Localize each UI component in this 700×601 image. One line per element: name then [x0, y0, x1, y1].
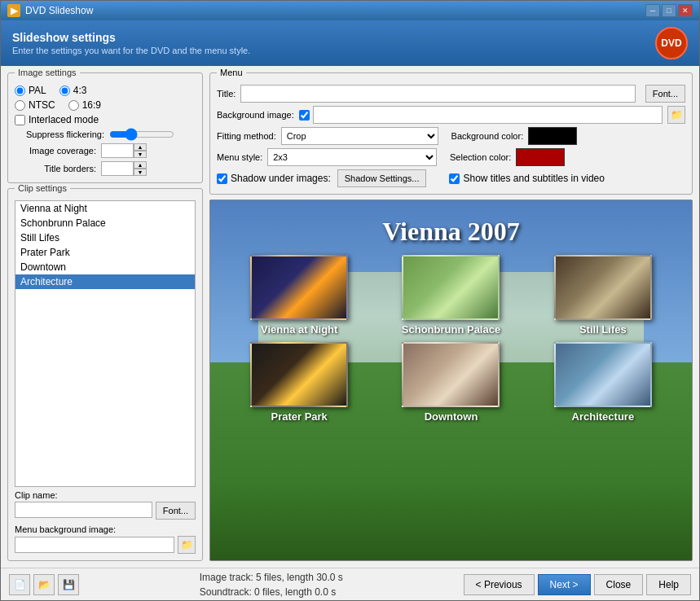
clip-name-inputs: Architecture Font...: [15, 502, 196, 520]
thumbnail-label: Architecture: [572, 410, 635, 423]
borders-label: Title borders:: [15, 164, 96, 173]
statusbar: 📄 📂 💾 Image track: 5 files, length 30.0 …: [1, 568, 699, 600]
app-icon: ▶: [7, 4, 20, 17]
header-text: Slideshow settings Enter the settings yo…: [12, 31, 250, 55]
clip-item[interactable]: Still Lifes: [15, 230, 195, 245]
menu-bg-row: na\2. Downtown\070512_060.jpg 📁: [15, 536, 196, 554]
clip-item[interactable]: Vienna at Night: [15, 201, 195, 216]
thumbnail-image: [554, 342, 652, 407]
bg-image-checkbox[interactable]: [299, 110, 310, 121]
help-button[interactable]: Help: [646, 574, 691, 595]
open-button[interactable]: 📂: [33, 574, 55, 595]
sound-info: Soundtrack: 0 files, length 0.0 s: [200, 585, 343, 599]
maximize-button[interactable]: □: [662, 4, 676, 17]
clip-name-input[interactable]: Architecture: [15, 502, 152, 518]
fitting-label: Fitting method:: [217, 131, 276, 141]
close-dialog-button[interactable]: Close: [594, 574, 644, 595]
menu-bg-folder-button[interactable]: 📁: [178, 536, 196, 554]
format-row-1: PAL 4:3: [15, 85, 196, 96]
image-settings-label: Image settings: [15, 68, 80, 77]
page-subtitle: Enter the settings you want for the DVD …: [12, 46, 250, 55]
flicker-slider[interactable]: [109, 129, 174, 140]
borders-up-btn[interactable]: ▲: [134, 161, 147, 169]
page-header: Slideshow settings Enter the settings yo…: [1, 20, 699, 66]
borders-spinner-btns: ▲ ▼: [134, 161, 147, 176]
image-settings-group: Image settings PAL 4:3: [7, 72, 203, 183]
selection-color-swatch[interactable]: [516, 148, 565, 166]
clip-name-label: Clip name:: [15, 490, 196, 500]
coverage-spinner-btns: ▲ ▼: [134, 143, 147, 158]
clip-name-row: Clip name: Architecture Font...: [15, 490, 196, 520]
clip-settings-group: Clip settings Vienna at NightSchonbrunn …: [7, 188, 203, 561]
selection-label: Selection color:: [450, 152, 511, 162]
save-button[interactable]: 💾: [58, 574, 79, 595]
ratio169-radio-item[interactable]: 16:9: [68, 99, 101, 111]
borders-down-btn[interactable]: ▼: [134, 169, 147, 176]
preview-content: Vienna 2007 Vienna at NightSchonbrunn Pa…: [210, 200, 692, 560]
clip-item[interactable]: Schonbrunn Palace: [15, 216, 195, 230]
clip-item[interactable]: Architecture: [15, 274, 195, 289]
bg-image-folder-button[interactable]: 📁: [667, 106, 685, 124]
coverage-down-btn[interactable]: ▼: [134, 151, 147, 158]
show-titles-checkbox-item[interactable]: Show titles and subtitles in video: [449, 173, 604, 184]
pal-radio-item[interactable]: PAL: [15, 85, 46, 96]
dvd-logo: DVD: [655, 27, 688, 59]
bg-color-swatch[interactable]: [528, 127, 577, 145]
new-button[interactable]: 📄: [9, 574, 30, 595]
clip-font-button[interactable]: Font...: [156, 502, 196, 520]
borders-input[interactable]: 5 %: [101, 161, 134, 176]
main-content: Image settings PAL 4:3: [1, 66, 699, 568]
thumbnail-label: Still Lifes: [579, 323, 627, 336]
menu-group-label: Menu: [217, 68, 246, 77]
coverage-input[interactable]: 100 %: [101, 143, 134, 158]
title-input[interactable]: Vienna 2007: [240, 85, 635, 103]
format-row-2: NTSC 16:9: [15, 99, 196, 111]
menu-font-button[interactable]: Font...: [645, 85, 685, 103]
thumbnail-item: Still Lifes: [531, 255, 676, 336]
ratio43-radio-item[interactable]: 4:3: [59, 85, 87, 96]
main-window: ▶ DVD Slideshow ─ □ ✕ Slideshow settings…: [0, 0, 700, 601]
close-button[interactable]: ✕: [678, 4, 693, 17]
ratio169-radio[interactable]: [68, 100, 79, 111]
thumbnail-label: Prater Park: [271, 410, 327, 423]
style-label: Menu style:: [217, 152, 262, 162]
thumbnail-label: Vienna at Night: [261, 323, 337, 336]
status-icons: 📄 📂 💾: [9, 574, 79, 595]
bg-color-label: Background color:: [451, 131, 524, 141]
shadow-row: Shadow under images: Shadow Settings... …: [217, 169, 685, 187]
window-title: DVD Slideshow: [25, 5, 641, 16]
previous-button[interactable]: < Previous: [464, 574, 535, 595]
fitting-select[interactable]: Crop Stretch Fit Center: [281, 127, 438, 145]
minimize-button[interactable]: ─: [645, 4, 660, 17]
thumbnail-item: Prater Park: [227, 342, 372, 423]
thumbnail-image: [402, 342, 500, 407]
bg-image-input[interactable]: C:\@ZONER\Documents\Pictures\Vacations\2…: [313, 106, 663, 124]
clip-item[interactable]: Downtown: [15, 260, 195, 274]
status-text: Image track: 5 files, length 30.0 s Soun…: [200, 570, 343, 599]
suppress-label: Suppress flickering:: [15, 129, 104, 139]
next-button[interactable]: Next >: [538, 574, 591, 595]
menu-bg-input[interactable]: na\2. Downtown\070512_060.jpg: [15, 537, 174, 553]
ntsc-radio-item[interactable]: NTSC: [15, 99, 55, 111]
thumbnail-image: [554, 255, 652, 320]
ratio43-radio[interactable]: [59, 86, 70, 96]
right-panel: Menu Title: Vienna 2007 Font... Backgrou…: [209, 72, 693, 561]
show-titles-checkbox[interactable]: [449, 173, 460, 184]
borders-spinner: 5 % ▲ ▼: [101, 161, 147, 176]
style-select[interactable]: 2x3 3x4 1x4: [267, 148, 437, 166]
interlaced-checkbox[interactable]: [15, 115, 25, 125]
thumbnail-item: Schonbrunn Palace: [378, 255, 523, 336]
preview-area: Vienna 2007 Vienna at NightSchonbrunn Pa…: [209, 200, 693, 561]
shadow-settings-button[interactable]: Shadow Settings...: [337, 169, 427, 187]
pal-radio[interactable]: [15, 86, 25, 96]
thumbnail-label: Schonbrunn Palace: [402, 323, 500, 336]
ntsc-radio[interactable]: [15, 100, 25, 111]
clip-item[interactable]: Prater Park: [15, 245, 195, 260]
clip-list: Vienna at NightSchonbrunn PalaceStill Li…: [15, 200, 196, 487]
thumbnail-image: [250, 255, 348, 320]
shadow-checkbox[interactable]: [217, 173, 227, 184]
coverage-up-btn[interactable]: ▲: [134, 143, 147, 151]
shadow-checkbox-item[interactable]: Shadow under images:: [217, 173, 331, 184]
thumbnail-grid: Vienna at NightSchonbrunn PalaceStill Li…: [210, 255, 692, 431]
interlaced-checkbox-item[interactable]: Interlaced mode: [15, 114, 196, 125]
